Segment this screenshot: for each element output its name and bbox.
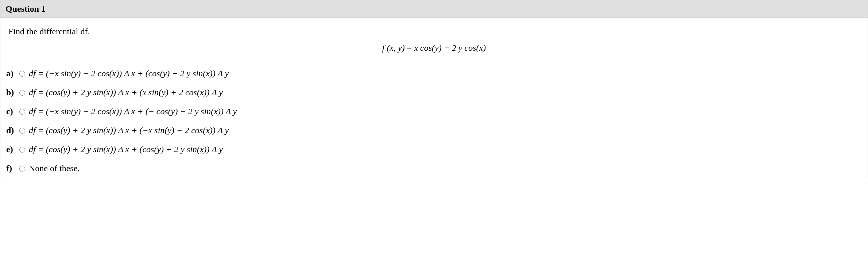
radio-wrap-e — [19, 147, 27, 153]
option-c-radio[interactable] — [19, 109, 25, 115]
option-b-text: df = (cos(y) + 2 y sin(x)) Δ x + (x sin(… — [29, 88, 223, 97]
question-header: Question 1 — [0, 0, 868, 18]
option-d-label: d) — [6, 126, 17, 135]
option-c-label: c) — [6, 107, 17, 116]
option-b-label: b) — [6, 88, 17, 97]
option-e-radio[interactable] — [19, 147, 25, 153]
question-formula: f (x, y) = x cos(y) − 2 y cos(x) — [0, 39, 868, 64]
question-prompt: Find the differential df. — [0, 18, 868, 39]
option-f-label: f) — [6, 163, 17, 173]
option-c: c) df = (−x sin(y) − 2 cos(x)) Δ x + (− … — [0, 102, 868, 121]
radio-wrap-f — [19, 166, 27, 172]
option-d: d) df = (cos(y) + 2 y sin(x)) Δ x + (−x … — [0, 121, 868, 140]
option-e: e) df = (cos(y) + 2 y sin(x)) Δ x + (cos… — [0, 140, 868, 159]
option-b-radio[interactable] — [19, 90, 25, 96]
option-a: a) df = (−x sin(y) − 2 cos(x)) Δ x + (co… — [0, 64, 868, 83]
option-f-radio[interactable] — [19, 166, 25, 172]
option-a-text: df = (−x sin(y) − 2 cos(x)) Δ x + (cos(y… — [29, 69, 229, 78]
options-list: a) df = (−x sin(y) − 2 cos(x)) Δ x + (co… — [0, 64, 868, 178]
option-d-radio[interactable] — [19, 128, 25, 134]
option-e-label: e) — [6, 145, 17, 154]
option-a-radio[interactable] — [19, 71, 25, 77]
question-title: Question 1 — [5, 4, 46, 14]
option-f: f) None of these. — [0, 159, 868, 178]
radio-wrap-d — [19, 128, 27, 134]
option-a-label: a) — [6, 69, 17, 78]
option-d-text: df = (cos(y) + 2 y sin(x)) Δ x + (−x sin… — [29, 126, 229, 135]
question-prompt-text: Find the differential df. — [8, 27, 90, 36]
formula-rhs: x cos(y) − 2 y cos(x) — [414, 43, 486, 53]
option-b: b) df = (cos(y) + 2 y sin(x)) Δ x + (x s… — [0, 83, 868, 102]
formula-lhs: f (x, y) — [382, 43, 405, 53]
radio-wrap-b — [19, 90, 27, 96]
option-f-text: None of these. — [29, 163, 80, 173]
radio-wrap-a — [19, 71, 27, 77]
question-container: Question 1 Find the differential df. f (… — [0, 0, 868, 178]
radio-wrap-c — [19, 109, 27, 115]
formula-equals: = — [407, 43, 414, 53]
option-e-text: df = (cos(y) + 2 y sin(x)) Δ x + (cos(y)… — [29, 145, 223, 154]
option-c-text: df = (−x sin(y) − 2 cos(x)) Δ x + (− cos… — [29, 107, 237, 116]
